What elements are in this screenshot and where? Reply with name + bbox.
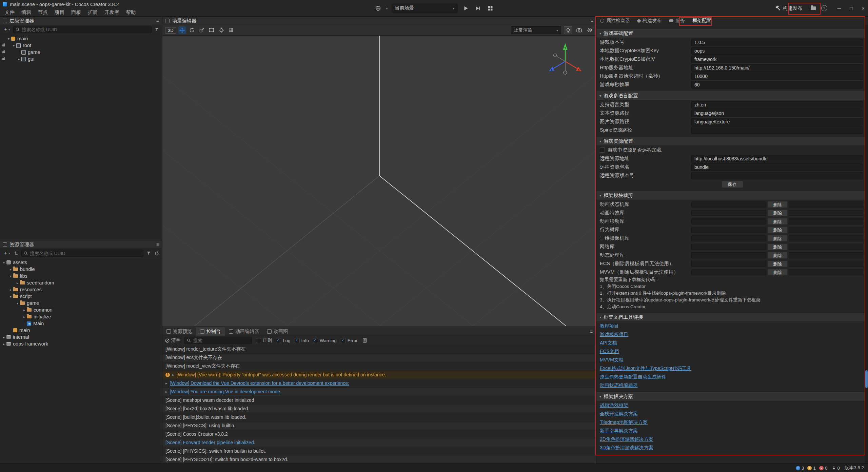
log-row[interactable]: [Scene] [bullet]:bullet wasm lib loaded. [162, 413, 596, 421]
sort-icon[interactable] [13, 250, 19, 256]
add-asset-button[interactable]: ＋▾ [2, 250, 11, 256]
error-counter[interactable]: ×0 [819, 466, 828, 471]
filter-icon[interactable] [154, 26, 160, 33]
delete-button[interactable]: 删除 [767, 227, 788, 233]
tree-row[interactable]: ▸internal [0, 334, 162, 340]
doc-link[interactable]: 3D角色扮演游戏解决方案 [600, 445, 653, 451]
log-row[interactable]: [Window] render_texture文件夹不存在 [162, 345, 596, 354]
doc-link[interactable]: 游戏模板项目 [600, 332, 628, 338]
checkbox[interactable] [295, 338, 300, 343]
doc-link[interactable]: Tiledmap地图解决方案 [600, 419, 648, 426]
log-row[interactable]: [Scene] Cocos Creator v3.8.2 [162, 430, 596, 438]
field-input[interactable] [691, 56, 863, 63]
expand-icon[interactable]: ▸ [165, 390, 167, 394]
log-row[interactable]: [Scene] [box2d]:box2d wasm lib loaded. [162, 405, 596, 413]
section-header[interactable]: ▾游戏多语言配置 [596, 91, 868, 100]
field-input[interactable] [691, 39, 863, 46]
log-row[interactable]: [Window] ecs文件夹不存在 [162, 354, 596, 362]
scene-light-toggle-icon[interactable] [564, 26, 572, 34]
chevron-icon[interactable]: ▸ [8, 268, 13, 271]
delete-button[interactable]: 删除 [767, 252, 788, 259]
scrollbar[interactable] [865, 25, 868, 464]
filter-1[interactable]: Log [276, 338, 291, 343]
section-header[interactable]: ▾游戏资源配置 [596, 136, 868, 146]
hierarchy-menu-icon[interactable]: ≡ [156, 18, 159, 23]
section-header[interactable]: ▾框架解决方案 [596, 392, 868, 401]
delete-button[interactable]: 删除 [767, 218, 788, 225]
move-tool-icon[interactable] [178, 26, 186, 34]
field-input[interactable] [691, 64, 863, 72]
checkbox[interactable] [276, 338, 281, 343]
doc-link[interactable]: 新手引导解决方案 [600, 428, 638, 434]
anchor-tool-icon[interactable] [218, 26, 225, 34]
scene-settings-gear-icon[interactable] [586, 26, 593, 34]
maximize-button[interactable]: □ [850, 5, 853, 11]
chevron-icon[interactable]: ▾ [6, 37, 11, 41]
doc-link[interactable]: MVVM文档 [600, 357, 624, 363]
doc-link[interactable]: 动画状态机编辑器 [600, 382, 638, 389]
inspector-tab-1[interactable]: 构建发布 [634, 17, 665, 25]
tree-row[interactable]: game [0, 49, 162, 56]
chevron-icon[interactable]: ▾ [8, 274, 13, 278]
play-button[interactable] [462, 4, 470, 12]
field-input[interactable] [691, 81, 863, 88]
scene-viewport[interactable]: y x z [162, 36, 596, 327]
chevron-icon[interactable]: ▸ [1, 342, 6, 346]
field-input[interactable] [691, 47, 863, 55]
rect-tool-icon[interactable] [208, 26, 216, 34]
doc-link[interactable]: 2D角色扮演游戏解决方案 [600, 436, 653, 442]
rotate-tool-icon[interactable] [188, 26, 196, 34]
console-tab-3[interactable]: 动画图 [263, 327, 292, 336]
doc-link[interactable]: 战旗游戏框架 [600, 402, 628, 409]
section-header[interactable]: ▾框架模块裁剪 [596, 191, 868, 200]
render-mode-dropdown[interactable]: 正常渲染 ▾ [511, 26, 561, 34]
tree-row[interactable]: ▾main [0, 35, 162, 42]
log-row[interactable]: [Scene] meshopt wasm decoder initialized [162, 396, 596, 405]
step-button[interactable] [474, 4, 482, 12]
filter-4[interactable]: Error [341, 338, 358, 343]
menu-item-4[interactable]: 面板 [68, 9, 84, 16]
tree-row[interactable]: main [0, 327, 162, 334]
tree-row[interactable]: ▸resources [0, 286, 162, 293]
section-header[interactable]: ▾游戏基础配置 [596, 28, 868, 38]
assets-search-input[interactable] [29, 251, 141, 256]
export-log-icon[interactable] [362, 337, 368, 343]
save-button[interactable]: 保存 [722, 181, 743, 188]
delete-button[interactable]: 删除 [767, 243, 788, 250]
menu-item-5[interactable]: 扩展 [84, 9, 101, 16]
console-search-input[interactable] [193, 338, 235, 343]
chevron-icon[interactable]: ▸ [22, 315, 27, 319]
info-counter[interactable]: !3 [796, 466, 804, 471]
log-row[interactable]: [Window] model_view文件夹不存在 [162, 362, 596, 371]
field-input[interactable] [691, 118, 863, 125]
log-row[interactable]: [Scene] [PHYSICS]: switch from builtin t… [162, 447, 596, 455]
tree-row[interactable]: ▾root [0, 42, 162, 49]
hierarchy-search-input[interactable] [21, 27, 149, 33]
scale-tool-icon[interactable] [198, 26, 206, 34]
chevron-icon[interactable]: ▸ [16, 57, 21, 61]
chevron-icon[interactable]: ▾ [8, 295, 13, 298]
filter-2[interactable]: Info [295, 338, 309, 343]
close-button[interactable]: × [862, 5, 865, 11]
assets-menu-icon[interactable]: ≡ [156, 242, 159, 247]
checkbox[interactable] [600, 148, 605, 153]
scene-select-dropdown[interactable]: 当前场景 ▾ [392, 4, 458, 13]
chevron-icon[interactable]: ▸ [8, 288, 13, 292]
filter-3[interactable]: Warning [313, 338, 337, 343]
expand-icon[interactable]: ▸ [165, 381, 167, 386]
minimize-button[interactable]: ─ [837, 5, 841, 11]
tree-row[interactable]: ▸bundle [0, 266, 162, 273]
field-input[interactable] [691, 126, 863, 134]
doc-link[interactable]: Excel格式转Json文件与TypeScript代码工具 [600, 366, 691, 372]
field-input[interactable] [691, 110, 863, 117]
scene-camera-icon[interactable] [575, 26, 583, 34]
chevron-icon[interactable]: ▾ [11, 44, 16, 47]
tree-row[interactable]: ▸oops-framework [0, 340, 162, 347]
doc-link[interactable]: ECS文档 [600, 349, 619, 355]
snap-tool-icon[interactable] [228, 26, 235, 34]
hierarchy-searchbox[interactable] [13, 26, 152, 33]
filter-0[interactable]: 正则 [256, 337, 272, 343]
inspector-tab-2[interactable]: 服务 [665, 17, 689, 25]
section-header[interactable]: ▾框架文档工具链接 [596, 312, 868, 322]
console-tab-2[interactable]: 动画编辑器 [225, 327, 263, 336]
